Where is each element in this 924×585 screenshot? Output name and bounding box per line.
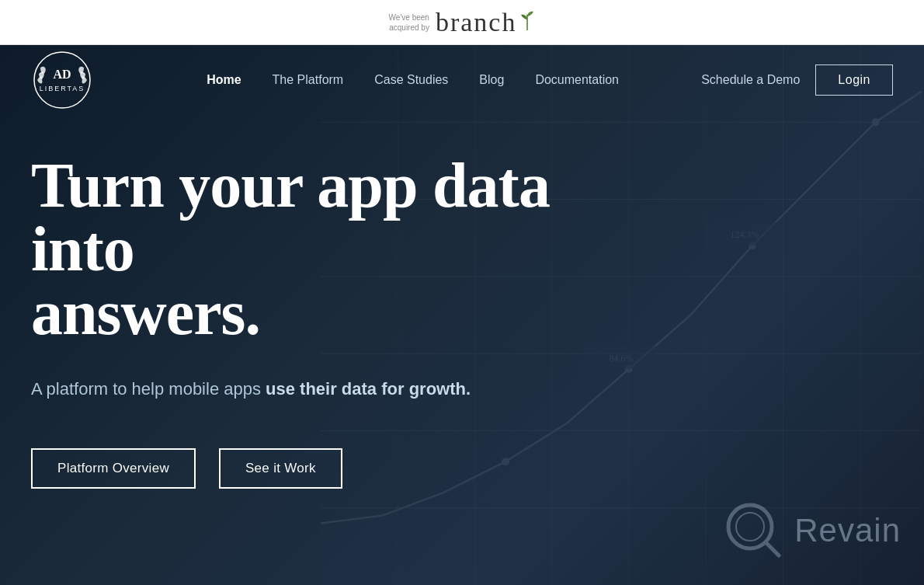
cta-buttons: Platform Overview See it Work xyxy=(31,448,893,489)
hero-subtext-normal: A platform to help mobile apps xyxy=(31,379,266,399)
acquired-text: We've been acquired by xyxy=(389,12,429,33)
schedule-demo-link[interactable]: Schedule a Demo xyxy=(701,73,800,87)
hero-section: 84.6% 124.3% AD LIBERTAS xyxy=(0,45,924,585)
svg-point-27 xyxy=(736,513,764,541)
branch-wordmark-area: branch xyxy=(436,8,536,37)
branch-leaf-icon xyxy=(519,10,535,32)
platform-overview-button[interactable]: Platform Overview xyxy=(31,448,196,489)
nav-right: Schedule a Demo Login xyxy=(701,64,893,96)
ad-libertas-logo: AD LIBERTAS xyxy=(31,49,93,111)
svg-text:AD: AD xyxy=(53,68,71,81)
nav-links: Home The Platform Case Studies Blog Docu… xyxy=(124,73,701,87)
revain-icon xyxy=(723,500,785,562)
revain-label: Revain xyxy=(794,512,901,549)
hero-content: Turn your app data into answers. A platf… xyxy=(0,115,924,489)
logo-area[interactable]: AD LIBERTAS xyxy=(31,49,93,111)
hero-subtext-bold: use their data for growth. xyxy=(266,379,471,399)
acquisition-banner: We've been acquired by branch xyxy=(0,0,924,45)
nav-documentation[interactable]: Documentation xyxy=(535,73,619,87)
svg-line-28 xyxy=(767,544,779,555)
hero-headline-line2: answers. xyxy=(31,277,260,348)
nav-home[interactable]: Home xyxy=(207,73,241,87)
see-it-work-button[interactable]: See it Work xyxy=(219,448,342,489)
hero-headline-line1: Turn your app data into xyxy=(31,150,550,284)
svg-text:LIBERTAS: LIBERTAS xyxy=(40,85,85,92)
hero-subtext: A platform to help mobile apps use their… xyxy=(31,376,481,402)
svg-point-26 xyxy=(728,505,772,548)
branch-logo-text: branch xyxy=(436,8,517,37)
revain-badge: Revain xyxy=(723,500,901,562)
nav-case-studies[interactable]: Case Studies xyxy=(374,73,448,87)
hero-headline: Turn your app data into answers. xyxy=(31,154,590,345)
nav-blog[interactable]: Blog xyxy=(479,73,504,87)
nav-platform[interactable]: The Platform xyxy=(273,73,344,87)
branch-logo-area: We've been acquired by branch xyxy=(389,8,536,37)
navbar: AD LIBERTAS Home The Platform Case Studi… xyxy=(0,45,924,115)
login-button[interactable]: Login xyxy=(815,64,893,96)
